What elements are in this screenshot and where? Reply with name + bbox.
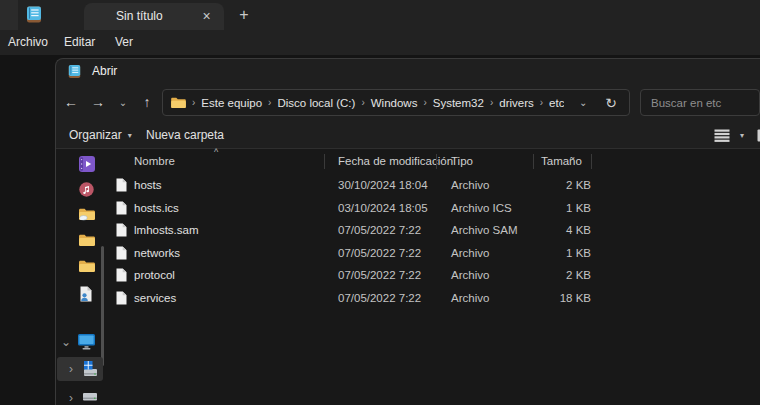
file-rows: hosts 30/10/2024 18:04 Archivo 2 KB host… [107,174,760,309]
menu-editar[interactable]: Editar [64,30,95,54]
forward-button[interactable]: → [87,91,109,115]
recent-locations-icon[interactable]: ⌄ [112,91,134,115]
organize-label: Organizar [69,128,122,142]
dialog-toolbar: Organizar▾ Nueva carpeta ▾ [56,123,760,149]
breadcrumb-separator-icon: › [490,97,493,108]
new-tab-button[interactable]: + [233,4,255,26]
chevron-right-icon[interactable]: › [69,390,73,405]
file-size: 4 KB [533,219,591,242]
breadcrumb-item[interactable]: etc [549,97,564,109]
sidebar-scrollbar[interactable] [101,246,104,366]
file-row[interactable]: networks 07/05/2022 7:22 Archivo 1 KB [107,242,760,265]
breadcrumb-item[interactable]: Este equipo [201,97,262,109]
sort-ascending-icon: ^ [214,147,218,157]
file-modified: 07/05/2022 7:22 [338,242,421,265]
column-header-nombre[interactable]: Nombre [134,151,175,171]
dialog-content: ⌄ › › [56,149,760,405]
file-name: hosts.ics [134,197,179,220]
menu-bar: Archivo Editar Ver [0,30,760,55]
new-folder-button[interactable]: Nueva carpeta [146,123,224,148]
back-button[interactable]: ← [60,91,82,115]
tab-sin-titulo[interactable]: Sin título × [84,3,224,30]
file-list: ^ Nombre Fecha de modificación Tipo Tama… [107,149,760,405]
file-icon [116,246,127,260]
file-size: 2 KB [533,264,591,287]
file-name: networks [134,242,180,265]
file-modified: 07/05/2022 7:22 [338,219,421,242]
breadcrumb-item[interactable]: drivers [499,97,534,109]
file-modified: 07/05/2022 7:22 [338,264,421,287]
column-headers: ^ Nombre Fecha de modificación Tipo Tama… [107,151,760,171]
open-dialog: Abrir ← → ⌄ ↑ ›Este equipo›Disco local (… [55,58,760,405]
file-icon [116,268,127,282]
music-icon[interactable] [79,182,95,198]
breadcrumb-separator-icon: › [192,97,195,108]
file-icon [116,223,127,237]
file-icon [116,201,127,215]
column-header-tamano[interactable]: Tamaño [541,151,582,171]
file-modified: 30/10/2024 18:04 [338,174,428,197]
file-size: 2 KB [533,174,591,197]
file-row[interactable]: protocol 07/05/2022 7:22 Archivo 2 KB [107,264,760,287]
column-divider [324,154,325,169]
search-box[interactable] [640,89,760,116]
tab-title: Sin título [116,3,163,30]
breadcrumb-separator-icon: › [540,97,543,108]
column-divider [436,154,437,169]
system-drive-icon[interactable] [82,360,98,377]
view-mode-caret-icon[interactable]: ▾ [740,123,744,148]
menu-archivo[interactable]: Archivo [8,30,48,54]
drive-icon[interactable] [82,391,98,402]
file-icon [116,291,127,305]
address-dropdown-icon[interactable]: ⌄ [579,97,587,108]
navigation-bar: ← → ⌄ ↑ ›Este equipo›Disco local (C:)›Wi… [56,85,760,121]
file-size: 18 KB [533,287,591,310]
file-modified: 07/05/2022 7:22 [338,287,421,310]
notepad-app-icon [26,6,42,23]
tab-close-icon[interactable]: × [197,7,216,26]
file-name: services [134,287,176,310]
file-type: Archivo [451,287,489,310]
file-size: 1 KB [533,197,591,220]
this-pc-icon[interactable] [77,333,97,350]
breadcrumb: ›Este equipo›Disco local (C:)›Windows›Sy… [192,97,564,109]
dialog-notepad-icon [68,64,81,79]
file-type: Archivo SAM [451,219,517,242]
menu-ver[interactable]: Ver [115,30,133,54]
breadcrumb-separator-icon: › [268,97,271,108]
breadcrumb-item[interactable]: Disco local (C:) [277,97,355,109]
column-divider [533,154,534,169]
refresh-icon[interactable]: ↻ [605,95,617,111]
address-bar[interactable]: ›Este equipo›Disco local (C:)›Windows›Sy… [162,89,630,116]
search-input[interactable] [641,90,759,115]
column-divider [591,154,592,169]
breadcrumb-item[interactable]: Windows [371,97,418,109]
file-name: lmhosts.sam [134,219,199,242]
file-row[interactable]: services 07/05/2022 7:22 Archivo 18 KB [107,287,760,310]
file-name: hosts [134,174,162,197]
file-row[interactable]: lmhosts.sam 07/05/2022 7:22 Archivo SAM … [107,219,760,242]
chevron-down-icon[interactable]: ⌄ [61,334,71,350]
onedrive-folder-icon[interactable] [79,208,95,224]
column-header-tipo[interactable]: Tipo [451,151,473,171]
file-row[interactable]: hosts.ics 03/10/2024 18:05 Archivo ICS 1… [107,197,760,220]
videos-icon[interactable] [79,156,95,172]
chevron-right-icon[interactable]: › [69,361,73,377]
breadcrumb-item[interactable]: System32 [433,97,484,109]
up-button[interactable]: ↑ [136,91,158,115]
file-type: Archivo [451,264,489,287]
file-icon [116,178,127,192]
view-mode-icon[interactable] [714,129,730,142]
file-type: Archivo [451,174,489,197]
breadcrumb-separator-icon: › [423,97,426,108]
folder-icon[interactable] [79,234,95,250]
file-row[interactable]: hosts 30/10/2024 18:04 Archivo 2 KB [107,174,760,197]
file-type: Archivo [451,242,489,265]
folder-icon[interactable] [79,260,95,276]
organize-button[interactable]: Organizar▾ [69,123,132,148]
user-folder-icon[interactable] [79,286,95,302]
organize-caret-icon: ▾ [128,131,132,140]
file-size: 1 KB [533,242,591,265]
file-name: protocol [134,264,175,287]
file-modified: 03/10/2024 18:05 [338,197,428,220]
